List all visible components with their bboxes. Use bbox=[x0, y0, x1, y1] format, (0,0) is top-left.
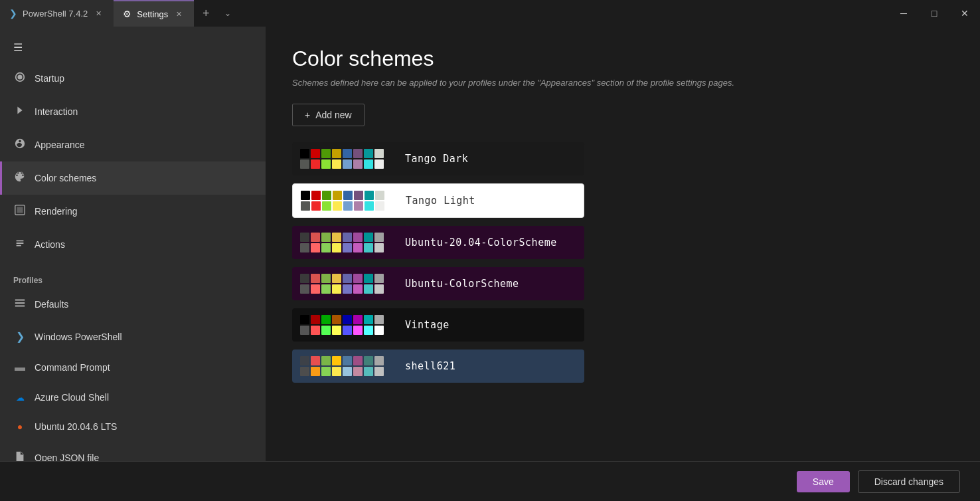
color-swatch bbox=[374, 243, 384, 252]
scheme-card-ubuntu[interactable]: Ubuntu-ColorScheme bbox=[292, 267, 584, 300]
sidebar-item-interaction[interactable]: Interaction bbox=[0, 95, 266, 128]
color-swatch bbox=[374, 274, 384, 283]
maximize-button[interactable]: □ bbox=[919, 0, 949, 27]
color-swatch bbox=[364, 243, 373, 252]
sidebar-item-command-prompt[interactable]: ▬ Command Prompt bbox=[0, 352, 266, 383]
scheme-card-ubuntu-2004[interactable]: Ubuntu-20.04-ColorScheme bbox=[292, 226, 584, 259]
color-swatch bbox=[301, 201, 310, 211]
sidebar-item-color-schemes-label: Color schemes bbox=[35, 173, 96, 183]
color-swatch bbox=[311, 201, 321, 211]
sidebar: ☰ Startup Interaction Appearance bbox=[0, 27, 266, 461]
sidebar-item-windows-powershell[interactable]: ❯ Windows PowerShell bbox=[0, 321, 266, 352]
main-layout: ☰ Startup Interaction Appearance bbox=[0, 27, 980, 461]
sidebar-item-actions[interactable]: Actions bbox=[0, 228, 266, 261]
sidebar-item-defaults[interactable]: Defaults bbox=[0, 288, 266, 321]
startup-icon bbox=[13, 71, 27, 86]
color-swatch bbox=[301, 191, 310, 200]
close-button[interactable]: ✕ bbox=[949, 0, 980, 27]
new-tab-button[interactable]: + bbox=[194, 0, 218, 27]
scheme-name-tango-light: Tango Light bbox=[392, 195, 489, 207]
color-swatch bbox=[353, 356, 363, 365]
color-swatch bbox=[322, 191, 331, 200]
scheme-name-ubuntu: Ubuntu-ColorScheme bbox=[392, 278, 532, 290]
scheme-card-tango-light[interactable]: Tango Light bbox=[292, 183, 584, 218]
save-button[interactable]: Save bbox=[797, 471, 850, 492]
hamburger-menu[interactable]: ☰ bbox=[0, 33, 266, 62]
color-swatch bbox=[353, 243, 363, 252]
color-swatch bbox=[321, 315, 331, 324]
color-swatch bbox=[311, 274, 320, 283]
azure-icon: ☁ bbox=[13, 393, 27, 403]
sidebar-item-azure-label: Azure Cloud Shell bbox=[35, 392, 109, 403]
color-swatch bbox=[300, 233, 309, 242]
color-swatch bbox=[333, 201, 342, 211]
sidebar-item-azure-cloud-shell[interactable]: ☁ Azure Cloud Shell bbox=[0, 383, 266, 412]
color-swatch bbox=[311, 284, 320, 294]
color-swatch bbox=[321, 326, 331, 335]
tab-powershell-close[interactable]: ✕ bbox=[93, 8, 104, 19]
color-swatch bbox=[300, 315, 309, 324]
color-swatch bbox=[332, 233, 341, 242]
sidebar-item-appearance-label: Appearance bbox=[35, 140, 85, 150]
color-swatch bbox=[353, 315, 363, 324]
ubuntu-icon: ● bbox=[13, 421, 27, 432]
windows-powershell-icon: ❯ bbox=[13, 330, 27, 343]
color-swatch bbox=[311, 367, 320, 376]
scheme-card-tango-dark[interactable]: Tango Dark bbox=[292, 142, 584, 175]
scheme-card-vintage[interactable]: Vintage bbox=[292, 308, 584, 342]
discard-button[interactable]: Discard changes bbox=[858, 470, 960, 493]
color-swatch bbox=[374, 326, 384, 335]
color-swatch bbox=[321, 367, 331, 376]
palette-icon bbox=[13, 171, 27, 185]
sidebar-item-rendering-label: Rendering bbox=[35, 206, 78, 217]
tab-settings-close[interactable]: ✕ bbox=[173, 9, 185, 20]
sidebar-item-rendering[interactable]: Rendering bbox=[0, 195, 266, 228]
svg-rect-1 bbox=[17, 207, 23, 213]
color-swatch bbox=[300, 326, 309, 335]
color-swatch bbox=[311, 326, 320, 335]
color-swatch bbox=[332, 326, 341, 335]
scheme-name-ubuntu-2004: Ubuntu-20.04-ColorScheme bbox=[392, 237, 570, 249]
color-swatch bbox=[365, 191, 374, 200]
color-swatch bbox=[321, 149, 331, 158]
tab-settings-label: Settings bbox=[137, 9, 168, 19]
scheme-card-shell621[interactable]: shell621 bbox=[292, 350, 584, 383]
sidebar-item-ubuntu[interactable]: ● Ubuntu 20.04.6 LTS bbox=[0, 412, 266, 441]
sidebar-item-appearance[interactable]: Appearance bbox=[0, 128, 266, 161]
add-new-button[interactable]: + Add new bbox=[292, 104, 365, 126]
color-swatch bbox=[375, 201, 384, 211]
sidebar-item-interaction-label: Interaction bbox=[35, 106, 78, 117]
color-swatch bbox=[364, 149, 373, 158]
color-swatch bbox=[343, 274, 352, 283]
minimize-button[interactable]: ─ bbox=[888, 0, 919, 27]
sidebar-item-color-schemes[interactable]: Color schemes bbox=[0, 161, 266, 195]
color-swatch bbox=[332, 284, 341, 294]
color-swatch bbox=[364, 315, 373, 324]
page-title: Color schemes bbox=[292, 47, 953, 71]
color-swatch bbox=[300, 284, 309, 294]
actions-icon bbox=[13, 237, 27, 252]
sidebar-item-startup[interactable]: Startup bbox=[0, 62, 266, 95]
sidebar-item-open-json[interactable]: Open JSON file bbox=[0, 441, 266, 461]
window-controls: ─ □ ✕ bbox=[888, 0, 980, 27]
tab-settings[interactable]: ⚙ Settings ✕ bbox=[114, 0, 194, 27]
color-swatch bbox=[300, 243, 309, 252]
color-swatch bbox=[300, 274, 309, 283]
tab-powershell[interactable]: ❯ PowerShell 7.4.2 ✕ bbox=[0, 0, 114, 27]
color-swatch bbox=[321, 356, 331, 365]
tab-dropdown-button[interactable]: ⌄ bbox=[218, 0, 238, 27]
color-swatch bbox=[375, 191, 384, 200]
color-swatch bbox=[332, 315, 341, 324]
open-json-icon bbox=[13, 451, 27, 461]
color-swatch bbox=[332, 274, 341, 283]
color-swatch bbox=[321, 159, 331, 169]
color-swatch bbox=[365, 201, 374, 211]
color-swatch bbox=[353, 274, 363, 283]
color-swatch bbox=[374, 233, 384, 242]
color-swatch bbox=[353, 149, 363, 158]
color-swatch bbox=[374, 315, 384, 324]
scheme-palette-ubuntu-2004 bbox=[292, 226, 392, 259]
color-swatch bbox=[332, 243, 341, 252]
color-swatch bbox=[311, 315, 320, 324]
color-swatch bbox=[374, 159, 384, 169]
